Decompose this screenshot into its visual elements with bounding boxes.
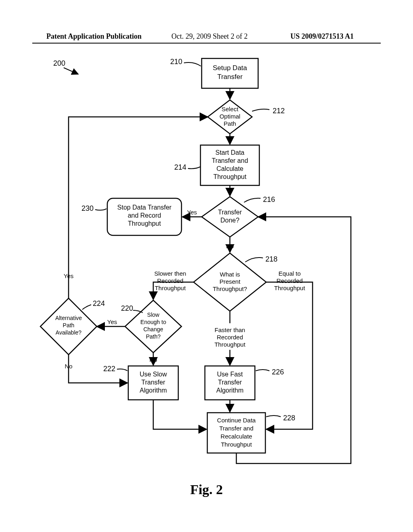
svg-text:218: 218 [265,255,277,263]
ref-200: 200 [53,59,78,74]
page: Patent Application Publication Oct. 29, … [0,0,413,532]
svg-text:Algorithm: Algorithm [140,387,167,394]
svg-text:224: 224 [93,299,105,308]
label-yes-216: Yes [187,209,197,216]
node-212: Select Optimal Path [208,100,252,134]
svg-text:Available?: Available? [56,329,82,336]
svg-text:What is: What is [220,271,240,278]
svg-text:Throughput: Throughput [221,441,252,448]
ref-210: 210 [170,58,201,66]
svg-text:Change: Change [143,326,163,332]
svg-text:Transfer: Transfer [218,209,242,216]
svg-text:Done?: Done? [220,217,239,224]
ref-224: 224 [82,299,105,310]
svg-text:Throughput?: Throughput? [213,285,247,292]
node-230: Stop Data Transfer and Record Throughput [107,198,181,235]
svg-text:220: 220 [121,304,133,312]
svg-text:Use Slow: Use Slow [140,371,167,378]
edge-222-228 [153,400,206,429]
node-224: Alternative Path Available? [40,298,97,355]
svg-text:Path?: Path? [146,333,161,340]
svg-text:230: 230 [81,204,94,212]
svg-text:and Record: and Record [128,212,161,219]
header-right: US 2009/0271513 A1 [290,32,354,41]
ref-216: 216 [244,195,275,204]
label-equal: Equal to Recorded Throughput [274,270,306,291]
svg-text:Stop Data Transfer: Stop Data Transfer [117,204,172,211]
ref-212: 212 [252,107,285,115]
svg-text:210: 210 [170,58,182,66]
ref-218: 218 [245,255,277,263]
svg-text:Algorithm: Algorithm [216,387,244,394]
node-228: Continue Data Transfer and Recalculate T… [207,413,265,453]
svg-text:Optimal: Optimal [219,113,240,120]
label-faster: Faster than Recorded Throughput [215,326,246,348]
header-left: Patent Application Publication [46,32,142,41]
label-slower: Slower then Recorded Throughput [154,270,186,291]
svg-text:Continue Data: Continue Data [217,417,256,424]
svg-text:228: 228 [283,414,295,422]
svg-text:226: 226 [272,368,284,376]
svg-text:Calculate: Calculate [217,165,244,172]
svg-text:Enough to: Enough to [140,319,166,325]
svg-text:Transfer: Transfer [142,379,166,386]
svg-text:Transfer and: Transfer and [219,425,254,432]
svg-line-1 [64,68,78,74]
node-222: Use Slow Transfer Algorithm [128,366,178,400]
label-no-216: No [226,243,234,249]
svg-text:Use Fast: Use Fast [217,371,243,378]
svg-text:Recorded: Recorded [276,277,302,284]
flowchart: 200 Setup Data Transfer 210 Select Optim… [0,48,413,476]
svg-text:Alternative: Alternative [55,315,82,321]
svg-text:214: 214 [174,163,186,171]
svg-text:Throughput: Throughput [155,285,186,291]
label-no-224: No [65,363,72,370]
svg-text:Throughput: Throughput [213,173,246,180]
svg-text:Transfer: Transfer [218,379,242,386]
svg-text:222: 222 [103,365,115,373]
header-mid: Oct. 29, 2009 Sheet 2 of 2 [171,32,248,41]
svg-text:Equal to: Equal to [278,270,300,277]
svg-text:Faster than: Faster than [215,326,245,333]
svg-text:Select: Select [221,106,239,112]
ref-222: 222 [103,365,127,373]
svg-text:Transfer and: Transfer and [212,157,248,164]
svg-text:Slow: Slow [147,312,160,318]
node-218: What is Present Throughput? [194,253,266,311]
svg-text:Throughput: Throughput [215,341,246,348]
ref-214: 214 [174,163,200,171]
svg-text:Throughput: Throughput [128,220,161,227]
svg-text:212: 212 [273,107,285,115]
svg-text:Transfer: Transfer [217,73,243,81]
ref-230: 230 [81,204,106,212]
node-216: Transfer Done? [202,197,258,237]
page-header: Patent Application Publication Oct. 29, … [0,32,413,41]
svg-text:Slower then: Slower then [154,270,186,277]
svg-text:Throughput: Throughput [274,285,306,291]
svg-text:Path: Path [63,322,75,328]
ref-220: 220 [121,304,143,313]
svg-text:Recalculate: Recalculate [221,433,252,440]
svg-text:Recorded: Recorded [217,334,243,341]
label-yes-220: Yes [107,318,117,325]
node-214: Start Data Transfer and Calculate Throug… [200,145,259,185]
node-210: Setup Data Transfer [202,58,258,88]
label-no-220: No [149,356,157,363]
svg-text:Path: Path [224,120,236,127]
edge-218-228-equal [266,282,313,429]
svg-text:216: 216 [263,195,275,204]
svg-text:200: 200 [53,59,65,67]
svg-text:Setup Data: Setup Data [213,64,247,72]
svg-text:Present: Present [219,278,241,285]
node-226: Use Fast Transfer Algorithm [205,366,255,400]
ref-228: 228 [266,414,295,422]
header-rule [32,43,381,44]
figure-caption: Fig. 2 [0,482,413,497]
svg-text:Recorded: Recorded [157,277,183,284]
node-220: Slow Enough to Change Path? [125,300,181,353]
svg-text:Start Data: Start Data [215,149,244,156]
label-yes-224: Yes [64,272,73,279]
ref-226: 226 [256,368,284,376]
